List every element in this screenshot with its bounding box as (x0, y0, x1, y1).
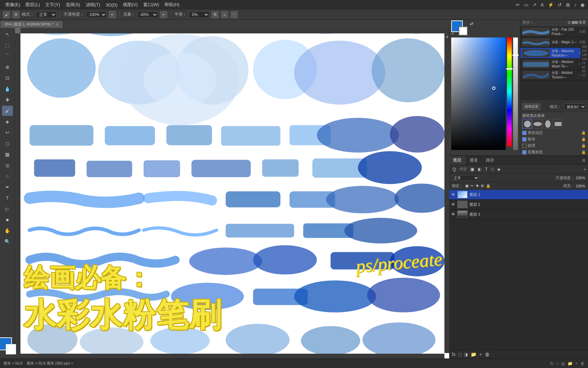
flow-dropdown[interactable]: 40% (137, 11, 158, 18)
history-tool[interactable]: ↩ (2, 127, 13, 138)
layers-filter-type[interactable]: 类型 (459, 167, 467, 172)
menu-image[interactable]: 图像(E) (3, 1, 23, 9)
pen-icon[interactable]: ✏ (516, 2, 520, 7)
brush-tool[interactable]: 🖌 (2, 106, 13, 116)
flow-pressure-icon[interactable]: ✒ (160, 11, 167, 18)
stamp-tool[interactable]: ◈ (2, 117, 13, 127)
menu-layer[interactable]: 图层(L) (23, 1, 43, 9)
toggle-check-texture[interactable] (522, 144, 526, 148)
layer-filter-toggle[interactable]: ● (584, 167, 586, 171)
brush-settings-button[interactable]: 画笔设置 (522, 103, 541, 110)
blur-tool[interactable]: ◎ (2, 160, 13, 170)
layer-blend-mode[interactable]: 正常 (452, 175, 479, 181)
brush-tool-icon[interactable]: 🖌 (3, 11, 10, 18)
sz-4[interactable]: 100 (582, 57, 587, 61)
tip-shape-0[interactable] (522, 119, 532, 128)
eyedrop-tool[interactable]: 💧 (2, 84, 13, 94)
pen-pressure-icon[interactable]: ✒ (109, 11, 116, 18)
shape-tool[interactable]: ■ (2, 215, 13, 225)
brush-item-mottled[interactable]: 水彩 - Mottled Texture— 水彩 (520, 70, 588, 80)
text-icon[interactable]: A (541, 2, 544, 7)
tool-settings-icon[interactable]: ⚙ (12, 11, 20, 18)
layer-fx-button[interactable]: fx (452, 352, 456, 357)
eraser-tool[interactable]: ◻ (2, 138, 13, 149)
lock-transparent-icon[interactable]: ▣ (465, 184, 469, 188)
status-fx-btn[interactable]: fx (550, 361, 553, 366)
sz-2[interactable]: 201 (582, 49, 587, 52)
toggle-check-dual[interactable] (522, 150, 526, 154)
undo-icon[interactable]: ↺ (558, 2, 562, 7)
background-swatch[interactable] (6, 344, 16, 354)
hue-slider[interactable] (506, 68, 512, 70)
menu-help[interactable]: 帮助(H) (162, 1, 182, 9)
canvas-content[interactable]: 绘画必备： ps/proceate 水彩水粉笔刷 (20, 33, 449, 358)
lock-position-icon[interactable]: ✚ (476, 184, 479, 188)
lock-pixels-icon[interactable]: ✏ (471, 184, 474, 188)
sz-8[interactable]: 15 (582, 74, 587, 77)
panel-expand-button[interactable]: ◀ (444, 28, 449, 45)
sz-5[interactable]: 72 (582, 61, 587, 65)
status-delete-btn[interactable]: 🗑 (581, 361, 585, 366)
layer-adjustment-button[interactable]: ◑ (464, 352, 468, 357)
text-filter-btn[interactable]: T (484, 166, 489, 172)
artwork-canvas[interactable]: 绘画必备： ps/proceate 水彩水粉笔刷 (20, 33, 449, 358)
brush-mode-dropdown[interactable]: 颜色加深 (564, 103, 586, 110)
brush-item-massive[interactable]: 水彩 - Massive Random— 水彩 (520, 48, 588, 59)
arrow-icon[interactable]: ↗ (533, 2, 537, 7)
canvas-scroll-horizontal[interactable] (20, 354, 444, 358)
brush-item-flat150[interactable]: 水彩 - Flat 150 Fixed— 水彩 (520, 26, 588, 37)
selection-tool[interactable]: ⬚ (2, 40, 13, 50)
doc-tab[interactable]: 25% (图层 1, RGB/8/CMYK) * ✕ (0, 20, 63, 28)
background-color[interactable] (459, 27, 468, 35)
menu-text[interactable]: 文字(Y) (43, 1, 63, 9)
adjustment-filter-btn[interactable]: ◐ (476, 166, 483, 172)
tip-shape-3[interactable] (553, 119, 562, 128)
move-tool[interactable]: ↖ (2, 29, 13, 40)
brush-item-magic1[interactable]: 水彩 - Magic 1— 水彩 (520, 37, 588, 48)
color-gradient-area[interactable] (451, 37, 518, 153)
status-new-btn[interactable]: + (575, 361, 578, 366)
tip-shape-1[interactable] (533, 119, 542, 128)
layer-row-0[interactable]: 👁 图层 1 (449, 190, 588, 200)
layer-mask-button[interactable]: □ (458, 352, 461, 357)
brush-size-icon[interactable]: ◎ (568, 20, 571, 25)
path-select-tool[interactable]: ▷ (2, 204, 13, 214)
menu-view[interactable]: 视图(V) (120, 1, 140, 9)
pen-tool[interactable]: ✒ (2, 182, 13, 192)
fg-bg-color-swatches[interactable]: ↺ (451, 20, 468, 35)
status-layer-btn[interactable]: ▤ (561, 361, 565, 366)
menu-window[interactable]: 窗口(W) (141, 1, 162, 9)
tab-paths[interactable]: 路径 (482, 156, 498, 165)
fg-bg-swatches[interactable] (0, 337, 16, 354)
smart-filter-btn[interactable]: ◈ (496, 166, 502, 172)
status-folder-btn[interactable]: 📁 (568, 361, 573, 366)
angle-icon[interactable]: ⊿ (221, 11, 228, 18)
hand-tool[interactable]: ✋ (2, 226, 13, 236)
color-cursor[interactable] (492, 87, 495, 90)
pixel-filter-btn[interactable]: ▣ (469, 166, 476, 172)
layer-row-1[interactable]: 👁 图层 2 (449, 200, 588, 210)
shape-filter-btn[interactable]: □ (490, 166, 495, 172)
sz-1[interactable]: 300 (582, 45, 587, 48)
dodge-tool[interactable]: ○ (2, 171, 13, 181)
opacity-dropdown[interactable]: 100% (86, 11, 107, 18)
menu-select[interactable]: 选择(S) (63, 1, 83, 9)
tab-channels[interactable]: 通道 (466, 156, 482, 165)
sz-3[interactable]: 149 (582, 53, 587, 57)
layers-panel-menu-icon[interactable]: ≡ (579, 157, 588, 164)
lock-scatter-icon[interactable]: 🔒 (581, 137, 586, 141)
sz-6[interactable]: 62 (582, 65, 587, 69)
layer-eye-1[interactable]: 👁 (451, 202, 455, 207)
tab-close-icon[interactable]: ✕ (56, 22, 59, 26)
zoom-tool[interactable]: 🔍 (2, 236, 13, 247)
gradient-tool[interactable]: ▦ (2, 149, 13, 159)
quick-select-tool[interactable]: ⊕ (2, 62, 13, 72)
fill-value[interactable]: 100% (576, 184, 585, 188)
smooth-settings-icon[interactable]: ⚙ (211, 11, 219, 18)
canvas-scroll-vertical[interactable] (444, 33, 449, 353)
text-tool[interactable]: T (2, 193, 13, 203)
extra-settings-icon[interactable]: ⋯ (230, 11, 238, 18)
crop-tool[interactable]: ⊡ (2, 73, 13, 83)
swap-colors-icon[interactable] (469, 21, 474, 27)
menu-filter[interactable]: 滤镜(T) (83, 1, 103, 9)
